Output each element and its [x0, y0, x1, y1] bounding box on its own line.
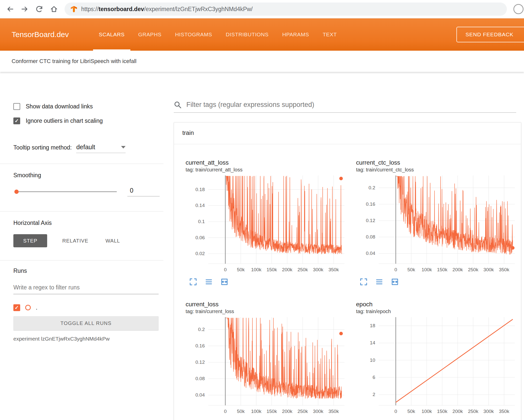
svg-text:200k: 200k	[452, 409, 463, 414]
url-path: /experiment/lzGnETjwRxC3yghNMd4kPw/	[144, 6, 253, 12]
horizontal-axis-label: Horizontal Axis	[13, 220, 160, 227]
scalar-chart-current_loss: current_losstag: train/current_loss0.040…	[186, 300, 352, 417]
tooltip-sort-value: default	[76, 143, 95, 151]
tooltip-sort-dropdown[interactable]: default	[76, 143, 126, 153]
svg-text:250k: 250k	[298, 409, 308, 414]
app-logo: TensorBoard.dev	[0, 30, 69, 39]
svg-text:300k: 300k	[483, 409, 494, 414]
divider	[0, 211, 163, 212]
horizontal-axis-options: STEPRELATIVEWALL	[13, 234, 160, 247]
url-scheme: https://	[81, 6, 99, 12]
toggle-all-runs-button[interactable]: TOGGLE ALL RUNS	[13, 316, 159, 330]
train-section-card: train current_att_losstag: train/current…	[174, 122, 521, 420]
chart-canvas[interactable]: 0.020.060.10.140.18050k100k150k200k250k3…	[186, 173, 352, 274]
slider-track	[15, 191, 117, 192]
svg-text:300k: 300k	[313, 409, 324, 414]
url-bar[interactable]: https://tensorboard.dev/experiment/lzGnE…	[65, 3, 507, 16]
axis-option-step[interactable]: STEP	[13, 234, 47, 247]
app-header: TensorBoard.dev SCALARSGRAPHSHISTOGRAMSD…	[0, 18, 524, 51]
scalar-chart-current_ctc_loss: current_ctc_losstag: train/current_ctc_l…	[356, 158, 522, 286]
svg-text:6: 6	[372, 375, 375, 380]
runs-label: Runs	[13, 267, 160, 275]
chart-tag-subtitle: tag: train/current_loss	[186, 309, 352, 315]
svg-text:0.04: 0.04	[366, 251, 375, 256]
svg-text:150k: 150k	[267, 267, 277, 272]
smoothing-row	[13, 187, 160, 196]
series-line	[226, 318, 342, 398]
axis-option-relative[interactable]: RELATIVE	[60, 234, 90, 247]
svg-text:50k: 50k	[407, 267, 415, 272]
axis-option-wall[interactable]: WALL	[103, 234, 122, 247]
browser-avatar[interactable]	[513, 4, 523, 14]
data-table-icon[interactable]	[205, 278, 213, 286]
svg-text:0.16: 0.16	[366, 201, 375, 207]
tag-filter-row	[174, 101, 516, 113]
divider	[0, 260, 163, 260]
last-point-marker	[511, 246, 514, 250]
experiment-caption: experiment lzGnETjwRxC3yghNMd4kPw	[13, 336, 160, 342]
svg-text:0.04: 0.04	[195, 392, 205, 398]
svg-text:0.1: 0.1	[198, 219, 205, 224]
svg-text:250k: 250k	[468, 409, 479, 414]
svg-text:300k: 300k	[313, 267, 324, 272]
tab-graphs[interactable]: GRAPHS	[131, 18, 168, 51]
fit-domain-icon[interactable]	[391, 278, 399, 286]
data-table-icon[interactable]	[375, 278, 383, 286]
show-download-row: Show data download links	[13, 102, 160, 111]
fit-domain-icon[interactable]	[220, 278, 228, 286]
ignore-outliers-checkbox[interactable]: ✓	[13, 117, 20, 124]
run-checkbox[interactable]: ✓	[13, 304, 20, 311]
content: Show data download links ✓ Ignore outlie…	[0, 72, 524, 420]
svg-text:350k: 350k	[499, 409, 509, 414]
smoothing-slider[interactable]	[15, 189, 117, 194]
show-download-label: Show data download links	[26, 103, 93, 110]
tooltip-sort-label: Tooltip sorting method:	[13, 144, 72, 153]
scalar-chart-current_att_loss: current_att_losstag: train/current_att_l…	[186, 158, 352, 286]
expand-icon[interactable]	[189, 278, 197, 286]
runs-filter-input[interactable]	[13, 283, 159, 294]
svg-text:50k: 50k	[237, 409, 245, 414]
chart-canvas[interactable]: 0.040.080.120.160.2050k100k150k200k250k3…	[356, 173, 522, 274]
run-color-swatch[interactable]	[25, 305, 31, 310]
charts-grid: current_att_losstag: train/current_att_l…	[174, 144, 521, 417]
svg-text:0: 0	[224, 267, 227, 272]
tab-distributions[interactable]: DISTRIBUTIONS	[219, 18, 275, 51]
scalar-chart-epoch: epochtag: train/epoch26101418050k100k150…	[356, 300, 522, 417]
tooltip-sort-row: Tooltip sorting method: default	[13, 141, 160, 153]
tag-filter-input[interactable]	[186, 101, 516, 109]
gridlines	[379, 317, 515, 405]
main-panel: train current_att_losstag: train/current…	[174, 72, 524, 420]
run-name: .	[36, 304, 37, 311]
back-icon[interactable]	[6, 5, 14, 13]
tab-scalars[interactable]: SCALARS	[92, 18, 131, 51]
send-feedback-button[interactable]: SEND FEEDBACK	[456, 27, 524, 42]
reload-icon[interactable]	[35, 5, 43, 13]
show-download-checkbox[interactable]	[13, 103, 20, 110]
tab-histograms[interactable]: HISTOGRAMS	[168, 18, 219, 51]
svg-text:200k: 200k	[282, 409, 293, 414]
svg-text:0.12: 0.12	[366, 218, 375, 223]
svg-text:100k: 100k	[422, 409, 432, 414]
url-domain: tensorboard.dev	[99, 6, 144, 12]
home-icon[interactable]	[50, 5, 58, 13]
svg-text:50k: 50k	[237, 267, 245, 272]
chart-toolbar	[356, 278, 522, 286]
svg-text:100k: 100k	[422, 267, 432, 272]
smoothing-value-input[interactable]	[127, 187, 160, 196]
tab-text[interactable]: TEXT	[316, 18, 344, 51]
svg-text:250k: 250k	[468, 267, 479, 272]
settings-sidebar: Show data download links ✓ Ignore outlie…	[0, 72, 163, 342]
tab-hparams[interactable]: HPARAMS	[275, 18, 316, 51]
svg-text:0.18: 0.18	[195, 187, 205, 192]
chart-canvas[interactable]: 0.040.080.120.160.2050k100k150k200k250k3…	[186, 315, 352, 416]
chart-canvas[interactable]: 26101418050k100k150k200k250k300k350k	[356, 315, 522, 416]
smoothing-slider-thumb[interactable]	[14, 190, 19, 194]
experiment-title-bar: Conformer CTC training for LibriSpeech w…	[0, 51, 524, 72]
series-line	[396, 176, 513, 254]
smoothing-label: Smoothing	[13, 172, 160, 179]
svg-text:250k: 250k	[298, 267, 308, 272]
forward-icon[interactable]	[21, 5, 29, 13]
svg-text:0.06: 0.06	[195, 235, 205, 240]
chart-title: current_att_loss	[186, 158, 352, 167]
expand-icon[interactable]	[360, 278, 368, 286]
